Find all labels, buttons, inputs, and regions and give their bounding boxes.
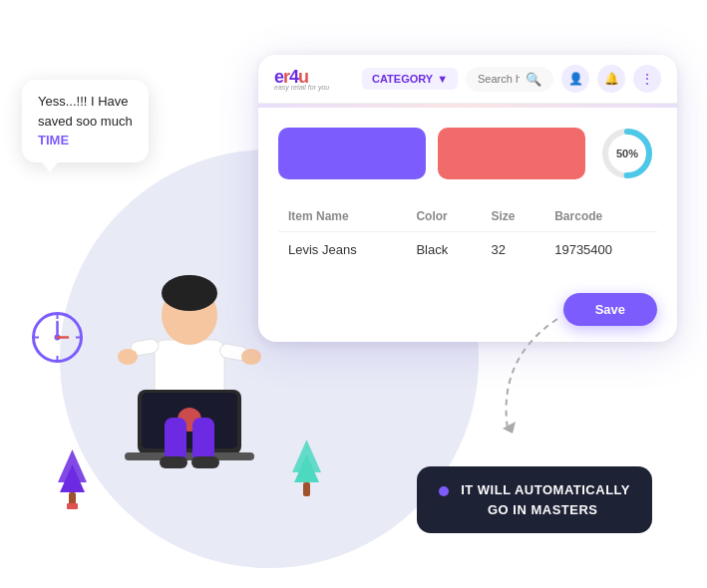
masters-label: IT WILL AUTOMATICALLY GO IN MASTERS — [417, 466, 652, 533]
tree-center — [289, 435, 324, 503]
svg-rect-21 — [160, 456, 187, 468]
category-button[interactable]: CATEGORY ▼ — [362, 68, 458, 90]
more-icon[interactable]: ⋮ — [633, 65, 661, 93]
masters-line2: GO IN MASTERS — [488, 502, 598, 517]
clock-illustration — [30, 310, 85, 369]
scene: Yess...!!! I Have saved soo much TIME — [0, 0, 707, 588]
header-icons: 👤 🔔 ⋮ — [561, 65, 661, 93]
masters-line1: IT WILL AUTOMATICALLY — [461, 482, 630, 497]
data-table: Item Name Color Size Barcode Levis Jeans… — [278, 201, 657, 267]
cell-item_name: Levis Jeans — [278, 232, 406, 268]
coral-swatch — [438, 128, 585, 179]
search-input[interactable] — [478, 73, 520, 85]
search-icon: 🔍 — [526, 72, 541, 87]
purple-swatch — [278, 128, 426, 179]
speech-bubble: Yess...!!! I Have saved soo much TIME — [22, 80, 149, 162]
search-area: 🔍 — [466, 67, 553, 92]
svg-rect-26 — [67, 503, 78, 509]
category-label: CATEGORY — [372, 73, 433, 85]
svg-rect-18 — [125, 452, 254, 460]
header-bar: er4u easy retail for you CATEGORY ▼ 🔍 👤 … — [258, 55, 677, 104]
speech-highlight: TIME — [38, 133, 69, 147]
speech-line2: saved soo much — [38, 114, 133, 129]
donut-chart: 50% — [597, 124, 657, 183]
swatches-row: 50% — [278, 124, 657, 183]
col-item-name: Item Name — [278, 201, 406, 232]
tree-left — [55, 444, 90, 513]
notification-icon[interactable]: 🔔 — [597, 65, 625, 93]
svg-point-14 — [241, 349, 261, 365]
content-area: 50% Item Name Color Size Barcode Levis J… — [258, 108, 677, 283]
table-row: Levis JeansBlack3219735400 — [278, 232, 657, 268]
dashed-arrow — [468, 309, 587, 439]
svg-marker-32 — [503, 422, 516, 434]
dropdown-arrow-icon: ▼ — [437, 73, 448, 85]
cell-color: Black — [406, 232, 481, 268]
col-barcode: Barcode — [544, 201, 657, 232]
logo-tagline: easy retail for you — [274, 84, 329, 91]
nav-stripe — [258, 104, 677, 108]
svg-rect-29 — [303, 482, 310, 496]
person-illustration — [110, 235, 269, 488]
cell-barcode: 19735400 — [544, 232, 657, 268]
logo-area: er4u easy retail for you — [274, 67, 354, 91]
svg-point-13 — [118, 349, 138, 365]
app-window: er4u easy retail for you CATEGORY ▼ 🔍 👤 … — [258, 55, 677, 342]
cell-size: 32 — [481, 232, 544, 268]
col-color: Color — [406, 201, 481, 232]
svg-rect-22 — [191, 456, 219, 468]
accent-dot — [439, 486, 449, 496]
col-size: Size — [481, 201, 544, 232]
user-icon[interactable]: 👤 — [561, 65, 589, 93]
svg-point-10 — [162, 275, 217, 311]
speech-line1: Yess...!!! I Have — [38, 94, 129, 109]
svg-rect-19 — [165, 418, 186, 462]
svg-rect-20 — [192, 418, 214, 462]
donut-label: 50% — [616, 147, 638, 159]
